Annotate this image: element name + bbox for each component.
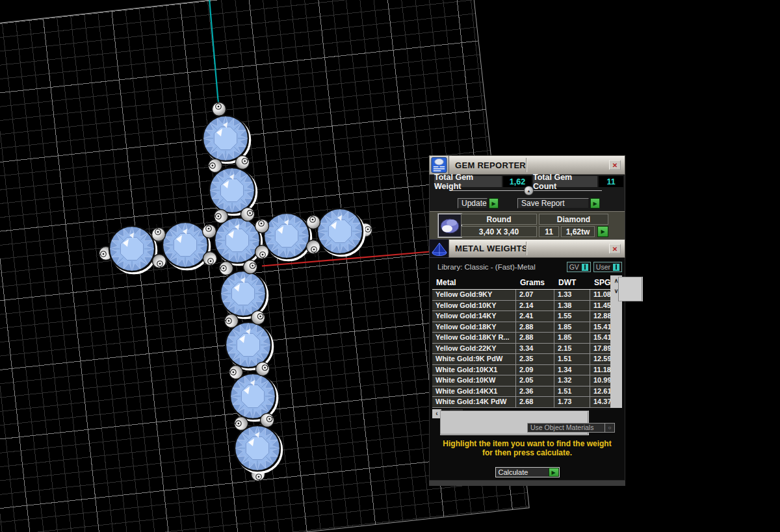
cell-metal: Yellow Gold:9KY — [432, 290, 516, 300]
gem-round[interactable] — [226, 322, 273, 370]
cell-metal: Yellow Gold:10KY — [432, 301, 516, 311]
cell-grams: 2.05 — [516, 375, 554, 386]
metal-table-row[interactable]: Yellow Gold:18KY2.881.8515.41 — [432, 322, 612, 333]
table-header-row: Metal Grams DWT SPG — [432, 275, 612, 290]
metal-table-row[interactable]: Yellow Gold:22KY3.342.1517.89 — [432, 344, 612, 355]
gem-summary-row[interactable]: Round Diamond 3,40 X 3,40 11 1,62tw ▶ — [430, 211, 625, 239]
metal-table-row[interactable]: Yellow Gold:14KY2.411.5512.88 — [432, 311, 612, 322]
titlebar-divider — [526, 242, 527, 255]
gem-shape-cell: Round — [461, 214, 537, 225]
cell-grams: 2.14 — [516, 301, 554, 311]
panel-resize-bar[interactable] — [429, 481, 625, 486]
gem-reporter-panel: GEM REPORTER ✕ Total Gem Weight 1,62 Tot… — [429, 155, 625, 239]
close-icon[interactable]: ✕ — [609, 244, 621, 253]
viewport-3d[interactable] — [0, 0, 780, 532]
cell-grams: 2.68 — [516, 397, 554, 407]
metal-table-row[interactable]: White Gold:10KX12.091.3411.18 — [432, 365, 612, 376]
metal-table-row[interactable]: White Gold:14K PdW2.681.7314.37 — [432, 397, 612, 408]
cell-spg: 10.99 — [590, 375, 612, 386]
gem-reporter-body: Total Gem Weight 1,62 Total Gem Count 11… — [429, 175, 625, 239]
gem-reporter-titlebar[interactable]: GEM REPORTER ✕ — [429, 155, 625, 175]
gem-round[interactable] — [235, 425, 282, 473]
gem-round[interactable] — [317, 209, 365, 256]
prong-bead[interactable] — [255, 216, 269, 233]
metal-table-row[interactable]: White Gold:14KX12.361.5112.61 — [432, 386, 612, 398]
gem-material-cell: Diamond — [539, 214, 608, 225]
hint-text: Highlight the item you want to find the … — [430, 440, 625, 457]
header-spg: SPG — [590, 278, 612, 287]
cell-dwt: 1.55 — [554, 311, 590, 322]
update-play-icon[interactable]: ▶ — [489, 198, 499, 209]
prong-bead[interactable] — [153, 255, 166, 272]
prong-bead[interactable] — [152, 224, 166, 242]
update-button[interactable]: Update — [458, 198, 488, 209]
metal-table-row[interactable]: Yellow Gold:18KY R...2.881.8515.41 — [432, 333, 612, 344]
calculate-button[interactable]: Calculate ▶ — [495, 467, 560, 477]
gv-button[interactable]: GV — [567, 262, 591, 272]
cell-dwt: 1.38 — [554, 301, 590, 311]
gem-round[interactable] — [264, 213, 311, 260]
cell-spg: 15.41 — [590, 333, 612, 343]
prong-bead[interactable] — [213, 99, 226, 116]
gem-round[interactable] — [214, 218, 262, 265]
collapse-button[interactable]: ▲ — [524, 186, 534, 196]
cell-metal: White Gold:10KW — [432, 375, 516, 386]
cell-grams: 3.34 — [516, 344, 554, 354]
cell-spg: 14.37 — [590, 397, 612, 407]
calculate-label: Calculate — [496, 468, 549, 477]
gem-count-cell: 11 — [539, 226, 559, 237]
gv-label: GV — [569, 263, 579, 271]
hint-line-1: Highlight the item you want to find the … — [430, 440, 625, 449]
calculate-play-icon[interactable]: ▶ — [549, 468, 559, 477]
metal-table-row[interactable]: White Gold:9K PdW2.351.5112.59 — [432, 354, 612, 365]
metal-weights-icon — [429, 239, 448, 258]
prong-bead[interactable] — [307, 212, 320, 229]
gem-round[interactable] — [230, 374, 278, 421]
cell-dwt: 1.85 — [554, 322, 590, 333]
header-grams: Grams — [516, 278, 554, 287]
horizontal-scrollbar[interactable]: ‹ › — [432, 409, 612, 418]
cell-grams: 2.88 — [516, 322, 554, 333]
cell-dwt: 1.51 — [554, 386, 590, 397]
use-object-materials-toggle-icon[interactable]: ○ — [604, 424, 614, 432]
cell-spg: 11.45 — [590, 301, 612, 311]
y-axis-line — [209, 0, 219, 108]
save-report-button[interactable]: Save Report — [517, 198, 589, 209]
total-gem-count-label: Total Gem Count — [533, 176, 597, 187]
cell-dwt: 2.15 — [554, 344, 590, 354]
gv-indicator — [582, 264, 588, 271]
prong-bead[interactable] — [203, 221, 216, 238]
cell-spg: 11.08 — [590, 290, 612, 300]
metal-table-row[interactable]: Yellow Gold:9KY2.071.3311.08 — [432, 290, 612, 301]
total-gem-count-value: 11 — [599, 176, 623, 187]
gem-row-play-icon[interactable]: ▶ — [597, 226, 608, 237]
cell-grams: 2.35 — [516, 354, 554, 364]
user-label: User — [596, 263, 610, 271]
cell-grams: 2.88 — [516, 333, 554, 343]
cell-grams: 2.09 — [516, 365, 554, 375]
hint-line-2: for then press calculate. — [430, 449, 625, 458]
prong-bead[interactable] — [307, 240, 320, 258]
metal-weights-title: METAL WEIGHTS — [449, 244, 528, 253]
vertical-scrollbar[interactable]: ∧ ∨ — [610, 275, 622, 408]
gem-size-cell: 3,40 X 3,40 — [461, 226, 537, 237]
metal-weights-titlebar[interactable]: METAL WEIGHTS ✕ — [429, 239, 625, 258]
save-report-play-icon[interactable]: ▶ — [590, 198, 600, 209]
prong-bead[interactable] — [203, 252, 217, 270]
close-icon[interactable]: ✕ — [609, 160, 621, 170]
gem-round[interactable] — [109, 226, 157, 273]
use-object-materials-button[interactable]: Use Object Materials ○ — [527, 423, 615, 433]
cell-dwt: 1.73 — [554, 397, 590, 407]
vertical-scroll-thumb[interactable] — [618, 277, 643, 301]
cell-grams: 2.07 — [516, 290, 554, 300]
user-button[interactable]: User — [593, 262, 622, 272]
metal-table-row[interactable]: Yellow Gold:10KY2.141.3811.45 — [432, 301, 612, 312]
cell-dwt: 1.32 — [554, 375, 590, 386]
cell-metal: White Gold:10KX1 — [432, 365, 516, 375]
metal-table-row[interactable]: White Gold:10KW2.051.3210.99 — [432, 375, 612, 386]
prong-bead[interactable] — [255, 246, 269, 263]
cell-dwt: 1.85 — [554, 333, 590, 343]
cell-grams: 2.41 — [516, 311, 554, 322]
use-object-materials-label: Use Object Materials — [528, 424, 604, 432]
cell-spg: 12.59 — [590, 354, 612, 364]
